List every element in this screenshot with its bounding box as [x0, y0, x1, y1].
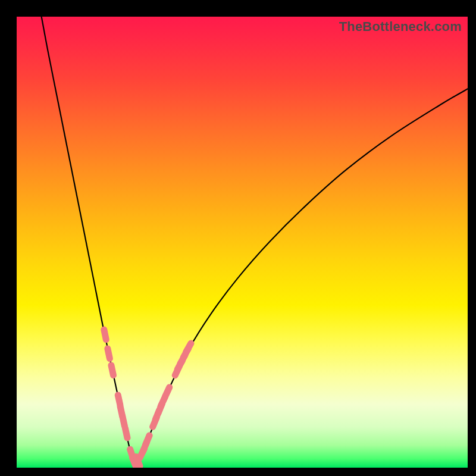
marker-capsule: [111, 365, 114, 375]
outer-frame: TheBottleneck.com: [0, 0, 476, 476]
curve-right-branch: [135, 89, 468, 465]
marker-capsule: [146, 436, 149, 445]
marker-capsule: [108, 349, 110, 359]
marker-capsule: [186, 343, 191, 352]
marker-capsule: [165, 387, 170, 396]
curve-layer: [17, 17, 468, 468]
plot-area: TheBottleneck.com: [17, 17, 468, 468]
marker-capsule: [123, 416, 125, 427]
marker-capsule: [125, 428, 127, 438]
marker-capsule: [104, 330, 106, 340]
marker-group: [104, 330, 191, 467]
